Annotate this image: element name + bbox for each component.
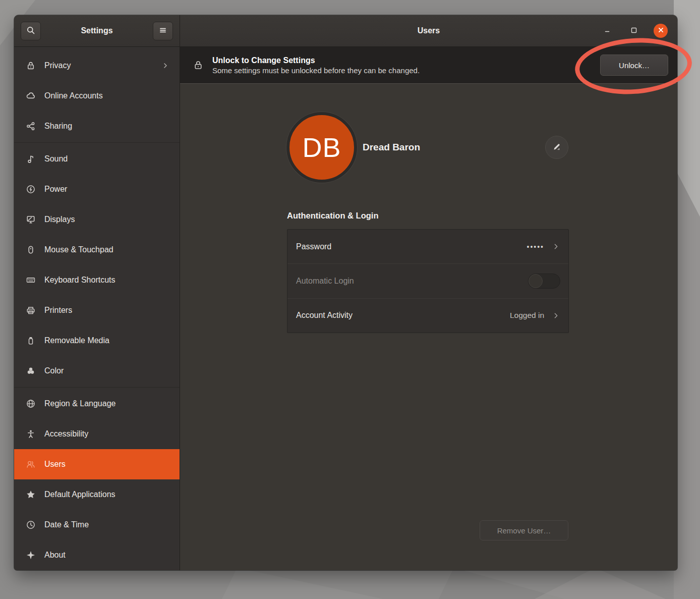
sidebar-item-removable-media[interactable]: Removable Media [14, 325, 180, 356]
sidebar-item-label: Privacy [44, 61, 153, 70]
pencil-icon [552, 142, 561, 153]
sidebar-item-printers[interactable]: Printers [14, 295, 180, 325]
edit-name-button[interactable] [545, 136, 568, 159]
sidebar-item-power[interactable]: Power [14, 174, 180, 204]
sidebar-item-region-language[interactable]: Region & Language [14, 389, 180, 419]
sidebar-item-label: Color [44, 366, 169, 375]
sidebar-item-label: Mouse & Touchpad [44, 245, 169, 254]
banner-subtitle: Some settings must be unlocked before th… [212, 66, 592, 75]
clock-icon [26, 520, 36, 530]
color-circles-icon [26, 366, 36, 376]
sidebar-item-color[interactable]: Color [14, 356, 180, 386]
avatar[interactable]: DB [286, 112, 357, 183]
row-value: Logged in [510, 311, 544, 320]
usb-drive-icon [26, 336, 36, 346]
search-icon [26, 25, 36, 37]
close-icon [657, 26, 665, 35]
sidebar-item-label: Default Applications [44, 490, 169, 499]
accessibility-icon [26, 429, 36, 439]
sidebar-item-label: Printers [44, 306, 169, 315]
automatic-login-toggle[interactable] [528, 274, 560, 289]
sidebar-item-privacy[interactable]: Privacy [14, 50, 180, 81]
maximize-button[interactable] [627, 24, 641, 38]
sidebar-item-sound[interactable]: Sound [14, 144, 180, 174]
avatar-initials: DB [302, 132, 341, 163]
sidebar-item-label: Power [44, 185, 169, 194]
star-icon [26, 489, 36, 500]
hamburger-menu-icon [158, 25, 168, 37]
section-heading: Authentication & Login [287, 211, 378, 221]
search-button[interactable] [21, 22, 41, 40]
account-activity-row[interactable]: Account Activity Logged in [287, 298, 568, 333]
user-name: Dread Baron [363, 141, 420, 154]
lock-icon [26, 61, 36, 71]
maximize-icon [630, 26, 638, 36]
sidebar-headerbar: Settings [14, 15, 180, 47]
power-icon [26, 184, 36, 194]
unlock-banner: Unlock to Change Settings Some settings … [180, 47, 677, 84]
sidebar-title: Settings [41, 26, 153, 35]
sidebar-item-label: Sound [44, 154, 169, 164]
sparkle-icon [26, 550, 36, 560]
minimize-icon [603, 26, 611, 36]
display-icon [26, 214, 36, 225]
sidebar-item-online-accounts[interactable]: Online Accounts [14, 81, 180, 111]
sidebar-item-label: Keyboard Shortcuts [44, 276, 169, 285]
chevron-right-icon [552, 242, 560, 251]
sidebar-item-label: Sharing [44, 122, 169, 131]
sidebar-item-label: Date & Time [44, 520, 169, 529]
sidebar-item-date-time[interactable]: Date & Time [14, 510, 180, 540]
music-note-icon [26, 154, 36, 164]
keyboard-icon [26, 275, 36, 285]
sidebar-item-mouse-touchpad[interactable]: Mouse & Touchpad [14, 235, 180, 265]
lock-icon [193, 60, 204, 71]
sidebar-item-label: About [44, 551, 169, 560]
remove-user-button[interactable]: Remove User… [480, 520, 568, 540]
row-label: Password [296, 242, 527, 251]
password-dots: ••••• [527, 243, 544, 251]
sidebar-item-users[interactable]: Users [14, 449, 180, 479]
banner-title: Unlock to Change Settings [212, 56, 592, 65]
main-panel: Users Unlock to Change Settings Some set… [180, 15, 677, 570]
automatic-login-row: Automatic Login [287, 263, 568, 298]
menu-button[interactable] [153, 22, 173, 40]
users-panel: DB Dread Baron Authentication & Login Pa… [180, 84, 677, 570]
banner-text: Unlock to Change Settings Some settings … [212, 56, 592, 75]
sidebar-divider [14, 387, 180, 388]
toggle-knob [529, 274, 543, 288]
globe-icon [26, 399, 36, 409]
chevron-right-icon [552, 311, 560, 320]
chevron-right-icon [161, 62, 169, 70]
sidebar-item-default-applications[interactable]: Default Applications [14, 479, 180, 510]
sidebar-item-label: Region & Language [44, 399, 169, 408]
sidebar-item-about[interactable]: About [14, 540, 180, 570]
auth-rows: Password ••••• Automatic Login Account A… [287, 229, 569, 333]
sidebar-item-sharing[interactable]: Sharing [14, 111, 180, 141]
sidebar-item-label: Displays [44, 215, 169, 224]
row-label: Account Activity [296, 311, 510, 320]
main-headerbar: Users [180, 15, 677, 47]
users-icon [26, 459, 36, 469]
sidebar-nav: Privacy Online Accounts Sharing Sound Po… [14, 47, 180, 570]
settings-window: Settings Privacy Online Accounts Sharing [14, 15, 677, 570]
password-row[interactable]: Password ••••• [287, 230, 568, 263]
minimize-button[interactable] [600, 24, 614, 38]
sidebar: Settings Privacy Online Accounts Sharing [14, 15, 180, 570]
sidebar-divider [14, 142, 180, 143]
sidebar-item-label: Users [44, 460, 169, 469]
close-button[interactable] [654, 24, 668, 38]
sidebar-item-displays[interactable]: Displays [14, 204, 180, 235]
printer-icon [26, 305, 36, 315]
sidebar-item-label: Removable Media [44, 336, 169, 345]
unlock-button[interactable]: Unlock… [600, 55, 668, 76]
window-controls [600, 24, 677, 38]
sidebar-item-label: Accessibility [44, 429, 169, 439]
sidebar-item-label: Online Accounts [44, 91, 169, 100]
sidebar-item-keyboard-shortcuts[interactable]: Keyboard Shortcuts [14, 265, 180, 295]
sidebar-item-accessibility[interactable]: Accessibility [14, 419, 180, 449]
cloud-icon [26, 91, 36, 101]
share-icon [26, 121, 36, 131]
mouse-icon [26, 245, 36, 255]
row-label: Automatic Login [296, 277, 528, 286]
